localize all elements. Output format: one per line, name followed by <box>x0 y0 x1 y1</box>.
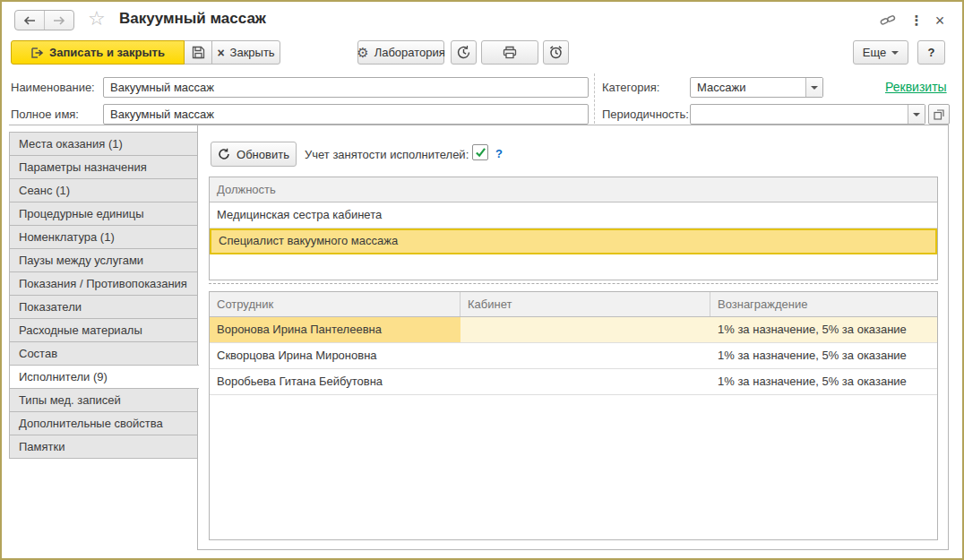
save-and-close-label: Записать и закрыть <box>49 46 165 59</box>
chain-icon <box>880 13 896 28</box>
more-label: Еще <box>863 46 886 59</box>
sidebar-tab-pamyatki[interactable]: Памятки <box>9 435 198 459</box>
copy-link-icon[interactable] <box>878 11 898 30</box>
app-window: ☆ Вакуумный массаж ⋮ × Записать и закрыт… <box>0 0 964 560</box>
employee-name-cell[interactable]: Скворцова Ирина Мироновна <box>210 343 460 368</box>
panel-top-line <box>9 125 198 125</box>
position-column-header: Должность <box>210 177 937 202</box>
employees-table-header: Сотрудник Кабинет Вознаграждение <box>210 292 937 317</box>
tab-content-panel: Обновить Учет занятости исполнителей: ? … <box>197 125 949 550</box>
forward-button[interactable] <box>45 11 73 30</box>
floppy-save-icon <box>192 46 205 59</box>
help-label: ? <box>928 46 935 59</box>
position-row-selected[interactable]: Специалист вакуумного массажа <box>210 228 937 254</box>
window-close-icon[interactable]: × <box>930 11 950 30</box>
employee-cabinet-cell[interactable] <box>460 317 710 342</box>
name-field-label: Наименование: <box>11 81 95 94</box>
checkmark-icon <box>475 147 486 158</box>
tables-splitter[interactable] <box>209 283 938 284</box>
refresh-label: Обновить <box>237 148 289 161</box>
save-button[interactable] <box>184 40 213 65</box>
history-clock-icon <box>456 45 471 60</box>
sidebar-tab-mesta-okazaniya[interactable]: Места оказания (1) <box>9 132 198 156</box>
close-label: Закрыть <box>230 46 275 59</box>
periodicity-combobox[interactable] <box>690 104 925 125</box>
sidebar-tab-nomenklatura[interactable]: Номенклатура (1) <box>9 225 198 249</box>
form-fields: Наименование: Вакуумный массаж Полное им… <box>2 70 962 125</box>
sidebar-tab-parametry-naznacheniya[interactable]: Параметры назначения <box>9 155 198 179</box>
position-cell[interactable]: Медицинская сестра кабинета <box>210 202 937 228</box>
chevron-down-icon <box>891 51 899 55</box>
sidebar-tab-ispolniteli[interactable]: Исполнители (9) <box>9 365 199 389</box>
sidebar-tab-pokazaniya[interactable]: Показания / Противопоказания <box>9 271 198 296</box>
save-close-icon <box>30 47 44 59</box>
sidebar-tab-rashodnye-materialy[interactable]: Расходные материалы <box>9 318 198 342</box>
requisites-link[interactable]: Реквизиты <box>885 80 947 94</box>
positions-table-header: Должность <box>210 177 937 202</box>
employee-row[interactable]: Воробьева Гитана Бейбутовна 1% за назнач… <box>210 369 937 395</box>
periodicity-open-button[interactable] <box>928 104 950 125</box>
employee-reward-cell[interactable]: 1% за назначение, 5% за оказание <box>710 343 937 368</box>
page-title: Вакуумный массаж <box>119 10 266 28</box>
sidebar-tab-seans[interactable]: Сеанс (1) <box>9 178 198 202</box>
periodicity-value <box>691 105 908 124</box>
alarm-clock-icon <box>548 45 564 60</box>
employee-cabinet-cell[interactable] <box>460 343 710 368</box>
name-input[interactable]: Вакуумный массаж <box>103 77 589 98</box>
refresh-button[interactable]: Обновить <box>211 142 297 167</box>
change-history-button[interactable] <box>451 40 477 65</box>
employees-table: Сотрудник Кабинет Вознаграждение Воронов… <box>209 291 938 540</box>
chevron-down-icon <box>811 86 818 90</box>
reward-column-header: Вознаграждение <box>710 292 937 316</box>
back-button[interactable] <box>15 11 45 30</box>
save-and-close-button[interactable]: Записать и закрыть <box>11 40 185 65</box>
full-name-input[interactable]: Вакуумный массаж <box>103 104 589 125</box>
sidebar-tab-pokazateli[interactable]: Показатели <box>9 295 198 319</box>
title-bar: ☆ Вакуумный массаж ⋮ × <box>2 2 962 38</box>
position-cell[interactable]: Специалист вакуумного массажа <box>211 230 935 253</box>
employee-name-cell[interactable]: Воронова Ирина Пантелеевна <box>210 317 460 342</box>
employee-row-selected[interactable]: Воронова Ирина Пантелеевна 1% за назначе… <box>210 317 937 343</box>
chevron-down-icon <box>913 113 920 116</box>
printer-icon <box>503 46 517 59</box>
position-row[interactable]: Медицинская сестра кабинета <box>210 202 937 228</box>
more-button[interactable]: Еще <box>853 40 908 65</box>
employee-name-cell[interactable]: Воробьева Гитана Бейбутовна <box>210 369 460 394</box>
sidebar-tab-tipy-med-zapisej[interactable]: Типы мед. записей <box>9 388 198 412</box>
toolbar: Записать и закрыть × Закрыть ⚙ Лаборатор… <box>2 39 962 67</box>
employee-row[interactable]: Скворцова Ирина Мироновна 1% за назначен… <box>210 343 937 369</box>
category-dropdown-button[interactable] <box>805 78 822 97</box>
close-x-icon: × <box>217 46 224 60</box>
print-button[interactable] <box>481 40 538 65</box>
close-button[interactable]: × Закрыть <box>211 40 280 65</box>
positions-table: Должность Медицинская сестра кабинета Сп… <box>209 177 938 280</box>
cabinet-column-header: Кабинет <box>460 292 710 316</box>
laboratory-label: Лаборатория <box>374 46 445 59</box>
busy-help-link[interactable]: ? <box>495 147 503 160</box>
employee-column-header: Сотрудник <box>210 292 460 316</box>
category-combobox[interactable]: Массажи <box>690 77 823 98</box>
laboratory-button[interactable]: ⚙ Лаборатория <box>357 40 444 65</box>
full-name-field-label: Полное имя: <box>11 108 79 121</box>
window-menu-icon[interactable]: ⋮ <box>907 11 926 30</box>
sidebar-tab-procedurnye-edinicy[interactable]: Процедурные единицы <box>9 202 198 226</box>
sidebar-tab-pauzy[interactable]: Паузы между услугами <box>9 248 198 272</box>
gear-icon: ⚙ <box>357 46 368 59</box>
forward-arrow-icon <box>53 16 65 25</box>
category-value: Массажи <box>691 78 805 97</box>
favorite-star-icon[interactable]: ☆ <box>88 7 106 30</box>
sidebar-tabs: Места оказания (1) Параметры назначения … <box>9 133 199 459</box>
back-arrow-icon <box>23 16 36 25</box>
reminder-button[interactable] <box>543 40 569 65</box>
busy-accounting-checkbox[interactable] <box>472 144 488 160</box>
refresh-icon <box>218 148 230 160</box>
sidebar-tab-sostav[interactable]: Состав <box>9 341 198 366</box>
employee-reward-cell[interactable]: 1% за назначение, 5% за оказание <box>710 317 937 342</box>
employee-cabinet-cell[interactable] <box>460 369 710 394</box>
periodicity-dropdown-button[interactable] <box>908 105 925 124</box>
sidebar-tab-dopolnitelnye-svojstva[interactable]: Дополнительные свойства <box>9 411 198 435</box>
employee-reward-cell[interactable]: 1% за назначение, 5% за оказание <box>710 369 937 394</box>
fields-splitter[interactable] <box>594 73 595 124</box>
help-button[interactable]: ? <box>917 40 945 65</box>
open-window-icon <box>934 109 944 120</box>
